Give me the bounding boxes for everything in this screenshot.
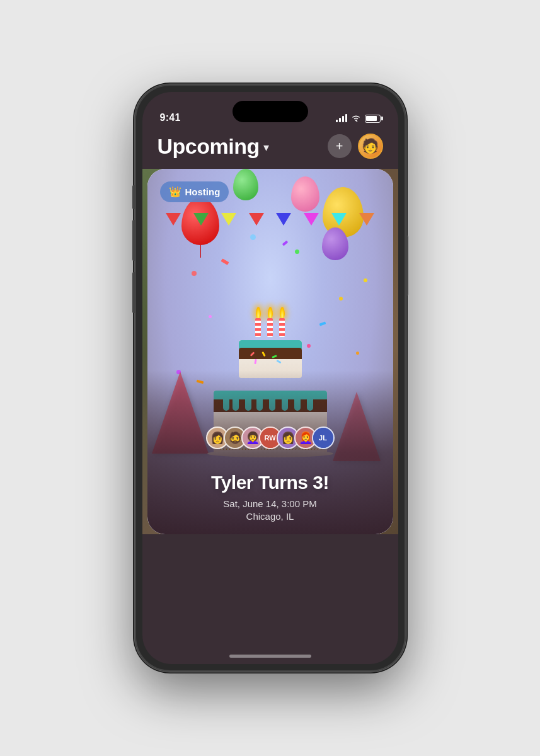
confetti (339, 297, 343, 301)
confetti (221, 258, 229, 265)
signal-bar-2 (339, 118, 341, 122)
confetti (282, 241, 288, 246)
sprinkle (254, 359, 256, 364)
nav-title: Upcoming (158, 134, 260, 159)
confetti (356, 352, 359, 355)
crown-icon: 👑 (169, 186, 181, 198)
hosting-badge: 👑 Hosting (160, 181, 229, 202)
avatar-initials: JL (313, 428, 333, 448)
candle-flame (280, 307, 285, 318)
volume-up-button[interactable] (132, 220, 135, 261)
battery-icon (365, 115, 381, 123)
hosting-label: Hosting (185, 186, 221, 197)
nav-title-group: Upcoming ▾ (158, 134, 269, 159)
add-event-button[interactable]: + (328, 134, 352, 158)
balloon-pink (291, 176, 319, 212)
dropdown-chevron-icon[interactable]: ▾ (263, 140, 269, 154)
dynamic-island (233, 101, 308, 122)
flag (276, 213, 291, 226)
power-button[interactable] (406, 236, 408, 295)
flag (221, 213, 236, 226)
confetti (364, 278, 367, 282)
candle-flame (256, 307, 261, 318)
phone-frame: 9:41 (135, 84, 406, 672)
flag (249, 213, 264, 226)
phone-screen: 9:41 (142, 92, 398, 664)
cake-top-choc (239, 348, 302, 359)
nav-actions: + 🧑 (328, 134, 383, 159)
flag (193, 213, 209, 226)
signal-bar-1 (336, 120, 338, 122)
mute-button[interactable] (132, 185, 135, 209)
event-datetime: Sat, June 14, 3:00 PM (160, 498, 381, 509)
signal-icon (336, 115, 347, 122)
svg-point-0 (355, 120, 356, 121)
flag (166, 213, 181, 226)
battery-fill (366, 116, 377, 121)
flag (304, 213, 319, 226)
confetti (295, 249, 299, 254)
nav-bar: Upcoming ▾ + 🧑 (142, 129, 398, 169)
signal-bar-3 (342, 116, 344, 122)
attendee-avatar: JL (312, 427, 335, 449)
home-indicator (229, 655, 311, 658)
attendees-row: 👩 🧔 👩‍🦱 RW 👩 👩‍🦰 JL (206, 427, 335, 449)
signal-bar-4 (345, 114, 347, 122)
wifi-icon (351, 113, 361, 123)
cards-container: 👑 Hosting 👩 🧔 👩‍🦱 RW 👩 👩‍🦰 J (142, 169, 398, 534)
flag (331, 213, 347, 226)
volume-down-button[interactable] (132, 272, 135, 313)
status-icons (336, 113, 381, 123)
confetti (250, 234, 256, 240)
event-card[interactable]: 👑 Hosting 👩 🧔 👩‍🦱 RW 👩 👩‍🦰 J (147, 169, 393, 534)
balloon-green (233, 169, 258, 200)
bunting-flags (147, 213, 393, 232)
status-time: 9:41 (160, 112, 181, 123)
event-title: Tyler Turns 3! (160, 472, 381, 493)
candle-flame (268, 307, 273, 318)
sprinkle (276, 360, 281, 364)
confetti (192, 271, 197, 276)
event-location: Chicago, IL (160, 511, 381, 522)
event-info: Tyler Turns 3! Sat, June 14, 3:00 PM Chi… (147, 472, 393, 522)
user-avatar[interactable]: 🧑 (358, 134, 383, 159)
flag (359, 213, 374, 226)
